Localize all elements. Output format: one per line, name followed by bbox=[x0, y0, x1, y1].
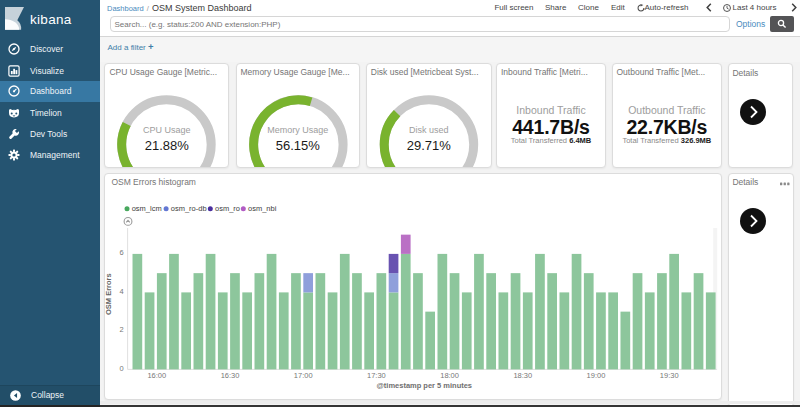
svg-text:17:00: 17:00 bbox=[294, 370, 313, 379]
svg-text:18:30: 18:30 bbox=[514, 370, 533, 379]
svg-text:17:30: 17:30 bbox=[367, 370, 386, 379]
svg-text:@timestamp per 5 minutes: @timestamp per 5 minutes bbox=[377, 380, 472, 389]
svg-text:osm_nbi: osm_nbi bbox=[248, 204, 277, 213]
svg-text:16:30: 16:30 bbox=[221, 370, 240, 379]
svg-text:2: 2 bbox=[120, 325, 124, 334]
svg-text:osm_ro-db: osm_ro-db bbox=[171, 204, 207, 213]
svg-text:18:00: 18:00 bbox=[441, 370, 460, 379]
svg-text:6: 6 bbox=[120, 248, 124, 257]
svg-text:19:30: 19:30 bbox=[660, 370, 679, 379]
svg-text:16:00: 16:00 bbox=[148, 370, 167, 379]
svg-text:osm_ro: osm_ro bbox=[215, 204, 240, 213]
svg-text:OSM Errors: OSM Errors bbox=[105, 273, 113, 315]
svg-text:0: 0 bbox=[120, 364, 124, 373]
svg-text:4: 4 bbox=[120, 287, 124, 296]
svg-text:osm_lcm: osm_lcm bbox=[132, 204, 162, 213]
svg-text:19:00: 19:00 bbox=[587, 370, 606, 379]
